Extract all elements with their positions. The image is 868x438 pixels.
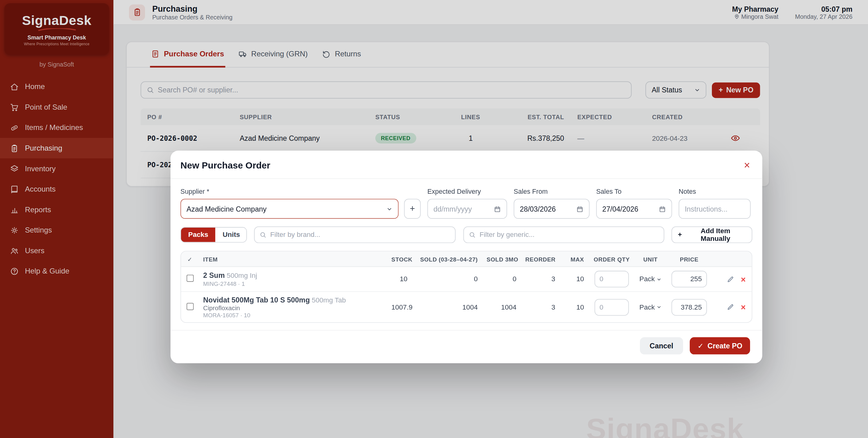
order-qty-input[interactable] bbox=[595, 271, 629, 287]
sales-from-field: Sales From 28/03/2026 bbox=[514, 187, 589, 219]
modal-header: New Purchase Order × bbox=[170, 151, 763, 179]
item-select-cell bbox=[181, 275, 199, 284]
close-icon[interactable]: × bbox=[744, 160, 750, 171]
cancel-button[interactable]: Cancel bbox=[640, 337, 683, 354]
notes-label: Notes bbox=[679, 187, 751, 195]
expected-delivery-label: Expected Delivery bbox=[427, 187, 507, 195]
supplier-select[interactable]: Azad Medicine Company bbox=[180, 199, 398, 219]
item-actions: × bbox=[713, 274, 752, 284]
item-sold: 0 bbox=[412, 275, 482, 283]
col-sold: SOLD (03-28–04-27) bbox=[412, 256, 482, 262]
row-select-checkbox[interactable] bbox=[186, 302, 193, 310]
pencil-icon bbox=[727, 275, 734, 283]
col-unit: UNIT bbox=[635, 256, 666, 262]
add-item-manually-button[interactable]: + Add Item Manually bbox=[671, 226, 752, 243]
item-unit-cell: Pack bbox=[635, 275, 666, 283]
chevron-down-icon bbox=[386, 206, 393, 212]
col-sold-3mo: SOLD 3MO bbox=[482, 256, 521, 262]
app-root: SignaDesk Smart Pharmacy Desk Where Pres… bbox=[0, 0, 868, 438]
notes-field: Notes bbox=[679, 187, 751, 219]
plus-icon: + bbox=[678, 231, 682, 239]
packs-units-toggle: Packs Units bbox=[180, 227, 247, 242]
edit-item-button[interactable] bbox=[727, 275, 734, 283]
unit-value: Pack bbox=[639, 303, 655, 311]
generic-filter-input[interactable] bbox=[480, 231, 659, 239]
expected-delivery-value: dd/mm/yyyy bbox=[434, 205, 472, 213]
expected-delivery-input[interactable]: dd/mm/yyyy bbox=[427, 199, 507, 219]
modal-body: Supplier * Azad Medicine Company + Expec… bbox=[170, 179, 763, 323]
sales-from-label: Sales From bbox=[514, 187, 589, 195]
sales-to-input[interactable]: 27/04/2026 bbox=[596, 199, 672, 219]
sales-to-label: Sales To bbox=[596, 187, 672, 195]
col-stock: STOCK bbox=[387, 256, 412, 262]
unit-select[interactable]: Pack bbox=[639, 275, 661, 283]
item-generic: Ciprofloxacin bbox=[203, 304, 382, 312]
item-price-cell bbox=[666, 271, 713, 287]
col-reorder: REORDER bbox=[521, 256, 560, 262]
item-reorder: 3 bbox=[521, 303, 560, 311]
expected-delivery-field: Expected Delivery dd/mm/yyyy bbox=[427, 187, 507, 219]
col-order-qty: ORDER QTY bbox=[588, 256, 635, 262]
item-actions: × bbox=[713, 302, 752, 312]
item-unit-cell: Pack bbox=[635, 303, 666, 311]
unit-value: Pack bbox=[639, 275, 655, 283]
item-sold-3mo: 0 bbox=[482, 275, 521, 283]
pencil-icon bbox=[727, 303, 734, 311]
edit-item-button[interactable] bbox=[727, 303, 734, 311]
price-input[interactable] bbox=[672, 299, 707, 315]
item-select-cell bbox=[181, 302, 199, 312]
brand-filter-input[interactable] bbox=[270, 231, 451, 239]
item-strength: 500mg Tab bbox=[312, 296, 346, 304]
brand-filter[interactable] bbox=[254, 226, 456, 243]
notes-input[interactable] bbox=[679, 199, 751, 219]
col-check: ✓ bbox=[181, 256, 199, 262]
supplier-label: Supplier * bbox=[180, 187, 421, 195]
create-po-button[interactable]: ✓ Create PO bbox=[690, 337, 750, 354]
item-reorder: 3 bbox=[521, 275, 560, 283]
add-item-label: Add Item Manually bbox=[685, 227, 746, 242]
calendar-icon bbox=[577, 205, 584, 212]
item-row: Novidat 500Mg Tab 10 S 500mg 500mg Tab C… bbox=[181, 292, 752, 322]
item-name: 2 Sum bbox=[203, 271, 225, 280]
sales-to-value: 27/04/2026 bbox=[602, 205, 638, 213]
sales-from-value: 28/03/2026 bbox=[520, 205, 556, 213]
new-purchase-order-modal: New Purchase Order × Supplier * Azad Med… bbox=[170, 151, 763, 363]
po-form-row: Supplier * Azad Medicine Company + Expec… bbox=[180, 187, 752, 219]
item-price-cell bbox=[666, 299, 713, 315]
units-toggle[interactable]: Units bbox=[216, 228, 247, 242]
unit-select[interactable]: Pack bbox=[639, 303, 661, 311]
modal-title: New Purchase Order bbox=[180, 160, 270, 171]
remove-item-button[interactable]: × bbox=[741, 302, 746, 312]
price-input[interactable] bbox=[672, 271, 707, 287]
chevron-down-icon bbox=[656, 304, 661, 310]
order-qty-input[interactable] bbox=[595, 299, 629, 315]
col-price: PRICE bbox=[666, 256, 713, 262]
sales-to-field: Sales To 27/04/2026 bbox=[596, 187, 672, 219]
item-name: Novidat 500Mg Tab 10 S 500mg bbox=[203, 296, 310, 304]
item-info: 2 Sum 500mg Inj MING-27448 · 1 bbox=[198, 271, 387, 287]
packs-toggle[interactable]: Packs bbox=[181, 228, 216, 242]
item-qty-cell bbox=[588, 271, 635, 287]
po-items-table: ✓ ITEM STOCK SOLD (03-28–04-27) SOLD 3MO… bbox=[180, 251, 752, 323]
item-row: 2 Sum 500mg Inj MING-27448 · 1 10 0 0 3 … bbox=[181, 267, 752, 292]
item-strength: 500mg Inj bbox=[227, 272, 257, 280]
add-supplier-button[interactable]: + bbox=[404, 199, 421, 219]
item-stock: 10 bbox=[387, 275, 412, 283]
sales-from-input[interactable]: 28/03/2026 bbox=[514, 199, 589, 219]
search-icon bbox=[259, 231, 266, 238]
item-max: 10 bbox=[560, 303, 588, 311]
col-max: MAX bbox=[560, 256, 588, 262]
item-qty-cell bbox=[588, 299, 635, 315]
supplier-value: Azad Medicine Company bbox=[187, 205, 267, 213]
chevron-down-icon bbox=[656, 276, 661, 282]
calendar-icon bbox=[659, 205, 666, 212]
item-code: MORA-16057 · 10 bbox=[203, 312, 382, 319]
generic-filter[interactable] bbox=[463, 226, 664, 243]
item-max: 10 bbox=[560, 275, 588, 283]
create-po-label: Create PO bbox=[708, 342, 742, 350]
remove-item-button[interactable]: × bbox=[741, 274, 746, 284]
item-stock: 1007.9 bbox=[387, 303, 412, 311]
item-sold: 1004 bbox=[412, 303, 482, 311]
search-icon bbox=[469, 231, 476, 238]
row-select-checkbox[interactable] bbox=[186, 275, 193, 282]
